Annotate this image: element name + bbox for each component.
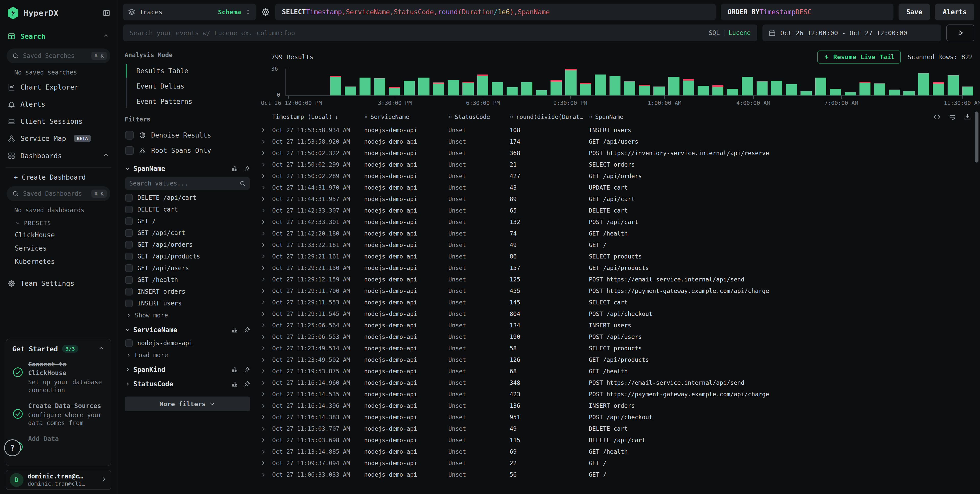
table-row[interactable]: Oct 27 11:15:03.707 AMnodejs-demo-apiUns… — [258, 423, 980, 434]
table-row[interactable]: Oct 27 11:33:22.161 AMnodejs-demo-apiUns… — [258, 239, 980, 251]
checkbox[interactable] — [125, 241, 133, 249]
toggle-root-spans-only[interactable]: Root Spans Only — [125, 143, 250, 158]
row-expand-chevron[interactable] — [258, 311, 272, 317]
chart-bar[interactable] — [609, 76, 621, 95]
order-by-input[interactable]: ORDER BY Timestamp DESC — [721, 3, 893, 21]
sidebar-item-search[interactable]: Search — [6, 27, 111, 45]
table-row[interactable]: Oct 27 11:50:02.299 AMnodejs-demo-apiUns… — [258, 159, 980, 170]
table-row[interactable]: Oct 27 11:29:11.553 AMnodejs-demo-apiUns… — [258, 297, 980, 308]
table-row[interactable]: Oct 27 11:53:58.920 AMnodejs-demo-apiUns… — [258, 136, 980, 147]
row-expand-chevron[interactable] — [258, 219, 272, 225]
row-expand-chevron[interactable] — [258, 150, 272, 156]
table-row[interactable]: Oct 27 11:06:33.033 AMnodejs-demo-apiUns… — [258, 469, 980, 480]
filter-value[interactable]: GET /api/users — [125, 262, 250, 274]
table-row[interactable]: Oct 27 11:29:12.159 AMnodejs-demo-apiUns… — [258, 273, 980, 285]
row-expand-chevron[interactable] — [258, 173, 272, 179]
table-row[interactable]: Oct 27 11:16:14.383 AMnodejs-demo-apiUns… — [258, 411, 980, 423]
help-button[interactable]: ? — [4, 439, 21, 456]
table-row[interactable]: Oct 27 11:53:58.934 AMnodejs-demo-apiUns… — [258, 124, 980, 136]
checkbox[interactable] — [125, 218, 133, 225]
row-expand-chevron[interactable] — [258, 426, 272, 432]
pin-icon[interactable] — [243, 327, 250, 333]
row-expand-chevron[interactable] — [258, 334, 272, 340]
chart-bar[interactable] — [845, 92, 856, 95]
filter-value-search-input[interactable]: Search values... — [125, 177, 250, 190]
filter-value[interactable]: GET /health — [125, 274, 250, 286]
table-row[interactable]: Oct 27 11:44:31.957 AMnodejs-demo-apiUns… — [258, 193, 980, 205]
table-row[interactable]: Oct 27 11:44:31.970 AMnodejs-demo-apiUns… — [258, 182, 980, 193]
chart-bar[interactable] — [668, 77, 679, 95]
code-view-icon[interactable] — [933, 113, 941, 121]
table-row[interactable]: Oct 27 11:13:14.885 AMnodejs-demo-apiUns… — [258, 446, 980, 457]
filter-value[interactable]: GET /api/products — [125, 251, 250, 262]
table-row[interactable]: Oct 27 11:25:06.553 AMnodejs-demo-apiUns… — [258, 331, 980, 342]
row-expand-chevron[interactable] — [258, 253, 272, 260]
chart-bar[interactable] — [654, 86, 665, 95]
checkbox[interactable] — [125, 131, 134, 140]
chart-bar[interactable] — [433, 83, 444, 95]
mode-event-deltas[interactable]: Event Deltas — [126, 79, 250, 94]
table-row[interactable]: Oct 27 11:50:02.289 AMnodejs-demo-apiUns… — [258, 170, 980, 182]
filter-group-header[interactable]: SpanName — [125, 165, 250, 173]
row-expand-chevron[interactable] — [258, 138, 272, 145]
chart-bar[interactable] — [595, 75, 606, 95]
chart-bar[interactable] — [492, 82, 503, 96]
event-search-input[interactable]: Search your events w/ Lucene ex. column:… — [123, 24, 757, 41]
resume-live-tail-button[interactable]: Resume Live Tail — [817, 51, 901, 64]
table-row[interactable]: Oct 27 11:25:06.564 AMnodejs-demo-apiUns… — [258, 319, 980, 331]
row-expand-chevron[interactable] — [258, 276, 272, 283]
filter-group-header[interactable]: StatusCode — [125, 380, 250, 388]
checkbox[interactable] — [125, 300, 133, 307]
row-expand-chevron[interactable] — [258, 241, 272, 248]
table-row[interactable]: Oct 27 11:42:20.180 AMnodejs-demo-apiUns… — [258, 228, 980, 239]
checkbox[interactable] — [125, 194, 133, 202]
lang-sql[interactable]: SQL — [709, 29, 719, 37]
mode-event-patterns[interactable]: Event Patterns — [126, 94, 250, 109]
col-spanname[interactable]: ⠿SpanName — [589, 114, 928, 120]
filter-value[interactable]: DELETE cart — [125, 203, 250, 215]
source-select[interactable]: Traces Schema — [123, 3, 256, 21]
table-row[interactable]: Oct 27 11:16:14.535 AMnodejs-demo-apiUns… — [258, 388, 980, 400]
filter-value[interactable]: GET /api/cart — [125, 227, 250, 239]
saved-searches-input[interactable]: Saved Searches ⌘ K — [6, 48, 110, 63]
chevron-up-icon[interactable] — [103, 152, 109, 160]
row-expand-chevron[interactable] — [258, 288, 272, 294]
preset-kubernetes[interactable]: Kubernetes — [6, 255, 111, 268]
row-expand-chevron[interactable] — [258, 196, 272, 202]
chart-bar[interactable] — [565, 68, 577, 95]
table-row[interactable]: Oct 27 11:16:14.960 AMnodejs-demo-apiUns… — [258, 377, 980, 388]
preset-services[interactable]: Services — [6, 241, 111, 255]
row-expand-chevron[interactable] — [258, 299, 272, 306]
row-expand-chevron[interactable] — [258, 368, 272, 375]
filter-value[interactable]: nodejs-demo-api — [125, 337, 250, 349]
table-row[interactable]: Oct 27 11:09:37.094 AMnodejs-demo-apiUns… — [258, 457, 980, 469]
date-range-picker[interactable]: Oct 26 12:00:00 - Oct 27 12:00:00 — [762, 24, 941, 41]
chart-bar[interactable] — [404, 81, 415, 95]
sidebar-item-dashboards[interactable]: Dashboards — [6, 147, 111, 164]
chart-bar[interactable] — [521, 82, 532, 96]
chart-bar[interactable] — [933, 82, 944, 95]
sidebar-item-client-sessions[interactable]: Client Sessions — [6, 113, 111, 130]
sidebar-item-team-settings[interactable]: Team Settings — [6, 275, 111, 292]
mode-results-table[interactable]: Results Table — [126, 63, 250, 79]
presets-toggle[interactable]: PRESETS — [6, 216, 111, 229]
row-expand-chevron[interactable] — [258, 460, 272, 467]
create-dashboard-button[interactable]: + Create Dashboard — [6, 171, 111, 183]
chart-bar[interactable] — [639, 85, 650, 95]
table-row[interactable]: Oct 27 11:42:33.301 AMnodejs-demo-apiUns… — [258, 216, 980, 228]
save-button[interactable]: Save — [899, 3, 930, 21]
chart-bar[interactable] — [757, 81, 768, 95]
chart-bar[interactable] — [330, 76, 341, 95]
alerts-button[interactable]: Alerts — [935, 3, 974, 21]
chart-bar[interactable] — [345, 86, 356, 95]
chart-icon[interactable] — [231, 165, 238, 172]
row-expand-chevron[interactable] — [258, 414, 272, 421]
chart-bar[interactable] — [800, 91, 812, 96]
table-row[interactable]: Oct 27 11:29:21.161 AMnodejs-demo-apiUns… — [258, 251, 980, 262]
chart-bar[interactable] — [448, 80, 459, 95]
row-expand-chevron[interactable] — [258, 322, 272, 329]
chart-bar[interactable] — [830, 89, 841, 95]
sidebar-item-alerts[interactable]: Alerts — [6, 96, 111, 113]
wrap-lines-icon[interactable] — [948, 113, 956, 121]
drag-handle-icon[interactable]: ⠿ — [589, 114, 593, 120]
